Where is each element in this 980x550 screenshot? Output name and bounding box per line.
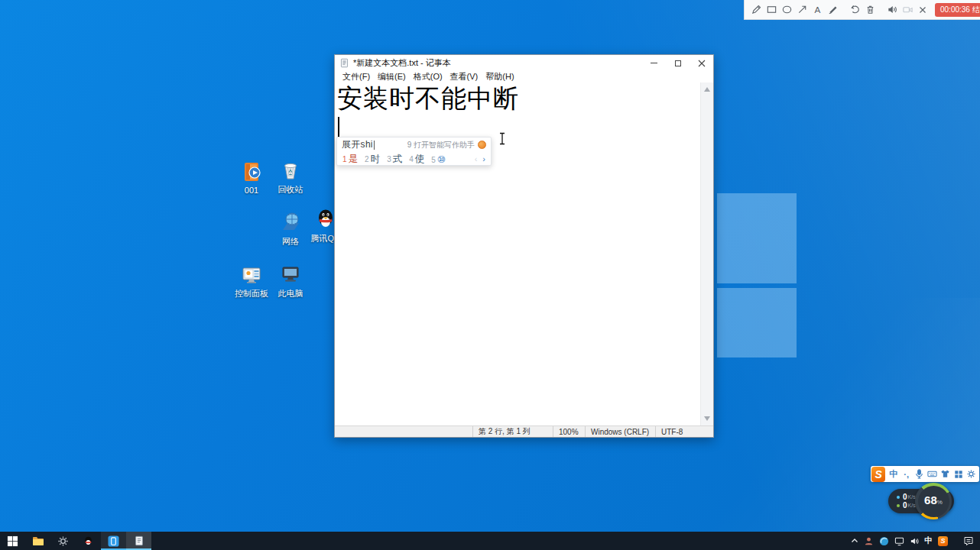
ime-zh-icon[interactable]: 中 <box>925 535 933 546</box>
sogou-logo-icon[interactable]: S <box>871 467 885 482</box>
start-button[interactable] <box>0 532 25 550</box>
display-icon[interactable] <box>894 536 904 546</box>
download-dot-icon <box>897 504 900 507</box>
highlighter-icon[interactable] <box>827 3 839 16</box>
pencil-icon[interactable] <box>751 3 762 16</box>
mouse-ibeam-cursor <box>498 132 506 148</box>
ime-prev-page-icon[interactable]: ‹ <box>475 154 478 163</box>
microphone-icon[interactable] <box>914 468 924 480</box>
window-logo-pane-bottom <box>717 288 797 358</box>
taskbar-phone-app[interactable] <box>101 532 126 550</box>
sogou-toolbar: S 中 ·, <box>871 466 979 482</box>
desktop-icon-this-pc[interactable]: 此电脑 <box>266 262 315 299</box>
close-icon[interactable] <box>917 3 928 16</box>
notepad-titlebar[interactable]: *新建文本文档.txt - 记事本 <box>335 55 713 71</box>
notepad-menubar: 文件(F) 编辑(E) 格式(O) 查看(V) 帮助(H) <box>335 71 713 82</box>
document-text: 安装时不能中断 <box>337 82 519 114</box>
svg-text:A: A <box>815 5 821 15</box>
menu-help[interactable]: 帮助(H) <box>482 71 518 82</box>
punctuation-icon[interactable]: ·, <box>901 468 911 480</box>
toolbox-icon[interactable] <box>966 468 976 480</box>
upload-dot-icon <box>897 496 900 499</box>
tray-expand-icon[interactable] <box>851 537 858 545</box>
scroll-up-icon[interactable] <box>704 87 710 92</box>
ime-candidate-panel: 展开shi 9 打开智能写作助手 1是 2时 3式 4使 5⑩ ‹ › <box>336 137 492 166</box>
desktop-icon-recycle-bin[interactable]: 回收站 <box>266 158 315 196</box>
taskbar: 中 S <box>0 532 980 550</box>
action-center-icon[interactable] <box>963 535 974 546</box>
phone-app-icon <box>108 535 119 547</box>
notepad-icon <box>134 535 144 546</box>
browser-icon[interactable] <box>879 536 889 546</box>
zoom-level: 100% <box>553 426 585 437</box>
computer-icon <box>278 262 303 286</box>
maximize-button[interactable] <box>666 55 690 71</box>
line-ending: Windows (CRLF) <box>585 426 655 437</box>
recording-stop-button[interactable]: 00:00:36 结束 <box>935 3 980 17</box>
speaker-icon[interactable] <box>887 3 898 16</box>
text-icon[interactable]: A <box>812 3 823 16</box>
user-icon[interactable] <box>864 536 874 546</box>
text-caret <box>338 117 339 139</box>
scroll-down-icon[interactable] <box>704 416 710 421</box>
menu-format[interactable]: 格式(O) <box>410 71 446 82</box>
ime-assistant-icon[interactable] <box>478 141 486 149</box>
media-file-icon <box>239 160 264 184</box>
window-title: *新建文本文档.txt - 记事本 <box>353 57 451 69</box>
folder-icon <box>32 535 44 547</box>
network-icon <box>278 210 303 235</box>
volume-icon[interactable] <box>910 536 920 546</box>
ime-next-page-icon[interactable]: › <box>482 154 485 163</box>
menu-view[interactable]: 查看(V) <box>446 71 482 82</box>
optimizer-percent: 68 % <box>918 486 949 517</box>
taskbar-notepad[interactable] <box>126 532 151 550</box>
taskbar-qq[interactable] <box>76 532 101 550</box>
system-tray: 中 S <box>851 535 980 546</box>
control-panel-icon <box>239 262 264 286</box>
notepad-app-icon <box>339 58 349 68</box>
arrow-icon[interactable] <box>797 3 808 16</box>
ime-candidate-2[interactable]: 2时 <box>365 153 380 166</box>
keyboard-icon[interactable] <box>927 468 937 480</box>
sogou-icon[interactable]: S <box>938 536 948 546</box>
taskbar-file-explorer[interactable] <box>25 532 50 550</box>
gear-icon <box>57 535 69 547</box>
maximize-icon <box>675 60 681 66</box>
minimize-button[interactable] <box>642 55 666 71</box>
taskbar-settings[interactable] <box>50 532 76 550</box>
close-icon <box>698 60 706 67</box>
notepad-text-area[interactable]: 安装时不能中断 <box>335 82 713 425</box>
desktop-icon-label: 回收站 <box>266 184 315 196</box>
undo-icon[interactable] <box>849 3 861 16</box>
ime-candidate-3[interactable]: 3式 <box>387 153 402 166</box>
notepad-statusbar: 第 2 行, 第 1 列 100% Windows (CRLF) UTF-8 <box>335 425 713 437</box>
screen-recording-toolbar: A 00:00:36 结束 <box>744 0 980 20</box>
window-logo-pane-top <box>717 193 797 283</box>
apps-grid-icon[interactable] <box>953 468 963 480</box>
skin-icon[interactable] <box>940 468 950 480</box>
vertical-scrollbar[interactable] <box>700 82 713 425</box>
menu-edit[interactable]: 编辑(E) <box>374 71 410 82</box>
ime-candidate-4[interactable]: 4使 <box>409 153 424 166</box>
ellipse-icon[interactable] <box>781 3 793 16</box>
trash-icon[interactable] <box>865 3 876 16</box>
ime-candidate-1[interactable]: 1是 <box>342 153 358 166</box>
desktop-icon-label: 此电脑 <box>266 288 315 299</box>
ime-composition: 展开shi <box>342 138 373 151</box>
ime-candidate-5[interactable]: 5⑩ <box>431 154 446 165</box>
optimizer-ball[interactable]: 68 % <box>915 483 952 519</box>
rectangle-icon[interactable] <box>766 3 777 16</box>
recycle-bin-icon <box>278 158 303 183</box>
chinese-mode-icon[interactable]: 中 <box>888 468 898 480</box>
camera-icon[interactable] <box>902 3 913 16</box>
encoding: UTF-8 <box>655 426 713 437</box>
ime-caret <box>374 141 375 150</box>
notepad-window: *新建文本文档.txt - 记事本 文件(F) 编辑(E) 格式(O) 查看(V… <box>334 54 714 438</box>
ime-assistant-hint[interactable]: 9 打开智能写作助手 <box>407 140 475 150</box>
minimize-icon <box>651 63 657 63</box>
qq-icon <box>83 535 94 547</box>
cursor-position: 第 2 行, 第 1 列 <box>472 426 553 437</box>
menu-file[interactable]: 文件(F) <box>339 71 374 82</box>
windows-logo-icon <box>7 535 18 547</box>
close-button[interactable] <box>690 55 713 71</box>
